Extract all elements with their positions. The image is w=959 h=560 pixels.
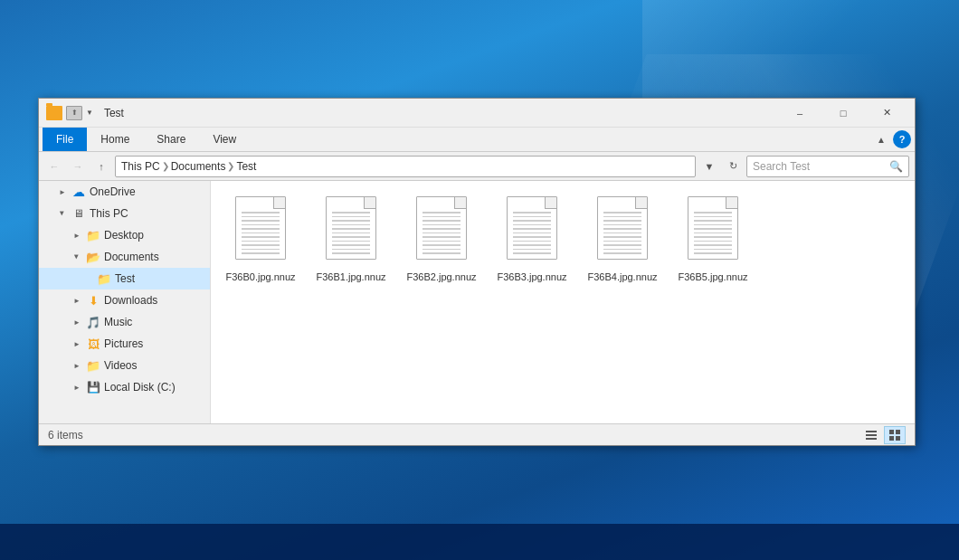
expand-arrow-desktop: ► [71,230,82,241]
folder-music-icon: 🎵 [86,315,100,329]
sidebar-item-music[interactable]: ► 🎵 Music [39,311,210,333]
svg-rect-4 [896,430,900,434]
file-item-3[interactable]: F36B3.jpg.nnuz [491,190,573,289]
close-button[interactable]: ✕ [866,100,907,126]
sidebar-label-videos: Videos [104,359,137,372]
sidebar: ► ☁ OneDrive ► 🖥 This PC ► 📁 Desktop ► 📂… [39,181,211,423]
tab-home[interactable]: Home [87,128,143,151]
computer-icon: 🖥 [71,206,86,221]
svg-rect-2 [866,438,877,440]
ribbon-collapse-icon[interactable]: ▲ [873,131,889,147]
file-paper-5 [688,196,738,260]
sidebar-item-onedrive[interactable]: ► ☁ OneDrive [39,181,210,203]
main-layout: ► ☁ OneDrive ► 🖥 This PC ► 📁 Desktop ► 📂… [39,181,915,423]
expand-arrow-videos: ► [71,360,82,371]
file-icon-0 [232,196,290,267]
file-paper-1 [326,196,376,260]
tab-file[interactable]: File [43,128,87,151]
view-large-icons-button[interactable] [884,426,906,444]
sidebar-label-desktop: Desktop [104,229,144,242]
file-item-2[interactable]: F36B2.jpg.nnuz [401,190,482,289]
breadcrumb-sep-2: ❯ [227,161,234,171]
file-item-0[interactable]: F36B0.jpg.nnuz [220,190,301,289]
file-paper-4 [597,196,648,260]
file-icon-4 [593,196,651,267]
tab-share[interactable]: Share [143,128,199,151]
back-button[interactable]: ← [44,157,64,176]
file-icon-5 [684,196,742,267]
minimize-button[interactable]: – [779,100,821,126]
sidebar-label-onedrive: OneDrive [90,185,136,198]
breadcrumb-sep-1: ❯ [162,161,169,171]
folder-pictures-icon: 🖼 [86,337,100,351]
file-name-5: F36B5.jpg.nnuz [678,271,747,283]
file-name-2: F36B2.jpg.nnuz [406,271,476,283]
help-button[interactable]: ? [893,130,911,148]
expand-arrow-thispc: ► [57,208,68,219]
folder-documents-icon: 📂 [86,250,100,264]
file-paper-2 [416,196,467,260]
file-paper-0 [235,196,286,260]
sidebar-label-test: Test [115,272,135,285]
sidebar-item-desktop[interactable]: ► 📁 Desktop [39,224,210,246]
dropdown-button[interactable]: ▼ [699,157,719,176]
title-bar: ⬆ ▼ Test – □ ✕ [39,99,915,128]
sidebar-item-localdisk[interactable]: ► 💾 Local Disk (C:) [39,376,210,398]
tab-view[interactable]: View [199,128,250,151]
expand-arrow-downloads: ► [71,295,82,306]
details-icon [865,429,878,441]
sidebar-item-downloads[interactable]: ► ⬇ Downloads [39,289,210,311]
search-placeholder: Search Test [753,160,886,173]
file-lines-2 [423,212,461,257]
ribbon-tab-row: File Home Share View ▲ ? [39,128,915,151]
breadcrumb-documents[interactable]: Documents [171,160,226,173]
taskbar [0,524,959,560]
title-small-icon1: ⬆ [66,106,82,120]
file-item-1[interactable]: F36B1.jpg.nnuz [310,190,392,289]
refresh-button[interactable]: ↻ [723,157,743,176]
sidebar-label-thispc: This PC [90,207,128,220]
status-item-count: 6 items [48,429,83,441]
svg-rect-6 [896,436,900,441]
folder-desktop-icon: 📁 [86,228,100,242]
file-name-0: F36B0.jpg.nnuz [225,271,295,283]
search-box[interactable]: Search Test 🔍 [746,156,909,177]
svg-rect-0 [866,431,877,432]
sidebar-item-videos[interactable]: ► 📁 Videos [39,355,210,376]
breadcrumb-bar[interactable]: This PC ❯ Documents ❯ Test [115,156,696,177]
expand-arrow-documents: ► [71,252,82,262]
file-grid: F36B0.jpg.nnuz F [220,190,906,289]
sidebar-item-test[interactable]: 📁 Test [39,268,210,289]
sidebar-item-pictures[interactable]: ► 🖼 Pictures [39,333,210,355]
file-name-1: F36B1.jpg.nnuz [316,271,385,283]
svg-rect-3 [889,430,894,434]
expand-arrow-onedrive: ► [57,186,68,197]
file-lines-5 [694,212,732,257]
breadcrumb-thispc[interactable]: This PC [121,160,160,173]
file-item-4[interactable]: F36B4.jpg.nnuz [582,190,663,289]
file-lines-0 [242,212,280,257]
expand-arrow-localdisk: ► [71,382,82,393]
window-title: Test [104,107,779,119]
maximize-button[interactable]: □ [822,100,864,126]
expand-arrow-music: ► [71,317,82,327]
sidebar-item-documents[interactable]: ► 📂 Documents [39,246,210,268]
up-button[interactable]: ↑ [91,157,111,176]
forward-button[interactable]: → [68,157,88,176]
breadcrumb-test: Test [236,160,256,173]
svg-rect-1 [866,434,877,436]
file-lines-4 [603,212,641,257]
file-item-5[interactable]: F36B5.jpg.nnuz [672,190,754,289]
folder-downloads-icon: ⬇ [86,293,100,308]
sidebar-item-thispc[interactable]: ► 🖥 This PC [39,203,210,224]
sidebar-label-pictures: Pictures [104,337,143,350]
ribbon: File Home Share View ▲ ? [39,128,915,152]
drive-icon: 💾 [86,380,100,394]
file-lines-1 [332,212,370,257]
content-area: F36B0.jpg.nnuz F [211,181,915,423]
view-details-button[interactable] [860,426,882,444]
file-explorer-window: ⬆ ▼ Test – □ ✕ File Home Share View ▲ ? … [38,98,916,446]
address-bar: ← → ↑ This PC ❯ Documents ❯ Test ▼ ↻ Sea… [39,152,915,181]
file-name-3: F36B3.jpg.nnuz [497,271,566,283]
search-icon[interactable]: 🔍 [889,160,903,173]
